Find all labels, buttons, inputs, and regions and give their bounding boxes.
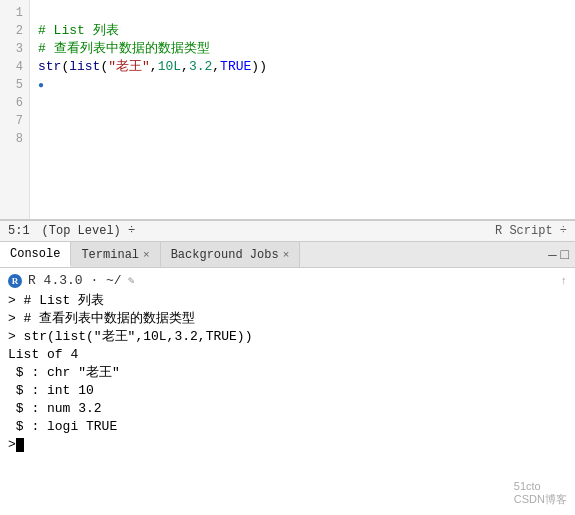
code-line-7 <box>38 113 567 131</box>
r-logo: R <box>8 274 22 288</box>
tab-console[interactable]: Console <box>0 242 71 267</box>
tab-background-jobs-label: Background Jobs <box>171 248 279 262</box>
console-line-4: List of 4 <box>8 346 567 364</box>
tab-console-label: Console <box>10 247 60 261</box>
code-line-2: # List 列表 <box>38 22 567 40</box>
console-header: R R 4.3.0 · ~/ ✎ ↑ <box>8 272 567 290</box>
watermark-line1: 51cto <box>514 480 567 492</box>
console-line-5: $ : chr "老王" <box>8 364 567 382</box>
maximize-icon[interactable]: □ <box>561 247 569 263</box>
tab-background-jobs[interactable]: Background Jobs × <box>161 242 301 267</box>
tab-action-icons: — □ <box>548 242 575 267</box>
prompt-symbol: > <box>8 436 16 454</box>
console-panel: Console Terminal × Background Jobs × — □… <box>0 242 575 515</box>
watermark-line2: CSDN博客 <box>514 492 567 507</box>
code-level: (Top Level) ÷ <box>42 224 136 238</box>
minimize-icon[interactable]: — <box>548 247 556 263</box>
watermark: 51cto CSDN博客 <box>514 480 567 507</box>
cursor-position: 5:1 <box>8 224 30 238</box>
status-bar: 5:1 (Top Level) ÷ R Script ÷ <box>0 220 575 242</box>
tab-terminal[interactable]: Terminal × <box>71 242 160 267</box>
code-editor[interactable]: 1 2 3 4 5 6 7 8 # List 列表 # 查看列表中数据的数据类型… <box>0 0 575 220</box>
code-line-8 <box>38 131 567 149</box>
code-content[interactable]: # List 列表 # 查看列表中数据的数据类型 str(list("老王",1… <box>30 0 575 219</box>
console-prompt-line[interactable]: > <box>8 436 567 454</box>
code-line-5: ● <box>38 76 567 95</box>
console-line-3: > str(list("老王",10L,3.2,TRUE)) <box>8 328 567 346</box>
console-content[interactable]: R R 4.3.0 · ~/ ✎ ↑ > # List 列表 > # 查看列表中… <box>0 268 575 515</box>
script-type: R Script ÷ <box>495 224 567 238</box>
pencil-icon[interactable]: ✎ <box>128 272 135 290</box>
console-line-1: > # List 列表 <box>8 292 567 310</box>
console-line-2: > # 查看列表中数据的数据类型 <box>8 310 567 328</box>
console-line-6: $ : int 10 <box>8 382 567 400</box>
console-line-8: $ : logi TRUE <box>8 418 567 436</box>
scroll-icon[interactable]: ↑ <box>560 275 567 287</box>
line-numbers: 1 2 3 4 5 6 7 8 <box>0 0 30 219</box>
tab-terminal-close[interactable]: × <box>143 249 150 261</box>
console-line-7: $ : num 3.2 <box>8 400 567 418</box>
status-left: 5:1 (Top Level) ÷ <box>8 224 135 238</box>
code-line-4: str(list("老王",10L,3.2,TRUE)) <box>38 58 567 76</box>
code-line-1 <box>38 4 567 22</box>
code-line-3: # 查看列表中数据的数据类型 <box>38 40 567 58</box>
r-version-text: R 4.3.0 · ~/ <box>28 272 122 290</box>
cursor <box>16 438 24 452</box>
tab-background-jobs-close[interactable]: × <box>283 249 290 261</box>
tab-terminal-label: Terminal <box>81 248 139 262</box>
tab-bar: Console Terminal × Background Jobs × — □ <box>0 242 575 268</box>
code-line-6 <box>38 95 567 113</box>
